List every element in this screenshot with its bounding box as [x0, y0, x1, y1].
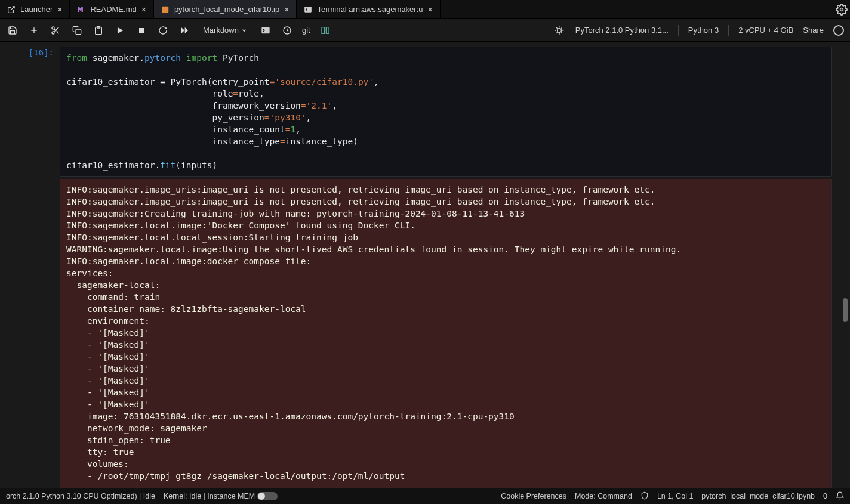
close-icon[interactable]: ×: [57, 5, 62, 14]
status-kernel-label: Kernel: Idle | Instance MEM: [164, 492, 255, 500]
terminal-icon: [304, 5, 312, 14]
markdown-file-icon: [77, 5, 85, 14]
cell-type-label: Markdown: [203, 26, 239, 35]
kernel-compute[interactable]: 2 vCPU + 4 GiB: [738, 26, 793, 35]
svg-rect-5: [76, 29, 81, 35]
tab-label: README.md: [90, 5, 136, 14]
svg-rect-1: [305, 7, 312, 12]
close-icon[interactable]: ×: [141, 5, 146, 14]
status-filename[interactable]: pytorch_local_mode_cifar10.ipynb: [701, 492, 815, 500]
settings-gear-icon[interactable]: [836, 4, 848, 18]
kernel-lang[interactable]: Python 3: [688, 26, 719, 35]
paste-icon[interactable]: [92, 24, 105, 37]
status-mode: Mode: Command: [575, 492, 632, 500]
status-kernel[interactable]: Kernel: Idle | Instance MEM: [164, 492, 278, 501]
tab-terminal[interactable]: Terminal arn:aws:sagemaker:u ×: [297, 0, 440, 18]
status-env[interactable]: orch 2.1.0 Python 3.10 CPU Optimized) | …: [6, 492, 155, 500]
code-cell-row: [16]: from sagemaker.pytorch import PyTo…: [0, 42, 850, 177]
output-prompt-spacer: [0, 177, 60, 488]
external-link-icon: [7, 5, 16, 14]
share-button[interactable]: Share: [803, 26, 824, 35]
fast-forward-icon[interactable]: [178, 24, 191, 37]
cursor-position: Ln 1, Col 1: [657, 492, 693, 500]
run-icon[interactable]: [113, 24, 127, 37]
terminal-tool-icon[interactable]: [259, 24, 272, 37]
notebook-area: [16]: from sagemaker.pytorch import PyTo…: [0, 42, 850, 488]
cookie-prefs[interactable]: Cookie Preferences: [501, 492, 566, 500]
chevron-down-icon: [241, 27, 247, 33]
copy-icon[interactable]: [70, 24, 84, 37]
svg-point-12: [557, 28, 561, 32]
tab-readme[interactable]: README.md ×: [70, 0, 153, 18]
notification-count: 0: [823, 492, 827, 500]
tab-label: pytorch_local_mode_cifar10.ip: [174, 5, 279, 14]
add-cell-icon[interactable]: [27, 24, 41, 37]
tab-bar: Launcher × README.md × pytorch_local_mod…: [0, 0, 850, 19]
kernel-env[interactable]: PyTorch 2.1.0 Python 3.1...: [575, 26, 669, 35]
status-bar: orch 2.1.0 Python 3.10 CPU Optimized) | …: [0, 488, 850, 504]
svg-rect-10: [322, 27, 325, 33]
close-icon[interactable]: ×: [427, 5, 432, 14]
scrollbar-thumb[interactable]: [843, 298, 848, 322]
cut-icon[interactable]: [49, 24, 62, 37]
trust-icon[interactable]: [640, 491, 649, 502]
bell-icon[interactable]: [836, 491, 844, 502]
save-icon[interactable]: [6, 24, 19, 37]
history-icon[interactable]: [281, 24, 294, 37]
tab-launcher[interactable]: Launcher ×: [0, 0, 70, 18]
tab-label: Launcher: [20, 5, 53, 14]
notebook-file-icon: [161, 5, 170, 14]
cell-prompt: [16]:: [0, 42, 60, 177]
cell-output[interactable]: INFO:sagemaker.image_uris:image_uri is n…: [60, 179, 832, 488]
svg-rect-6: [97, 26, 100, 28]
tab-label: Terminal arn:aws:sagemaker:u: [317, 5, 423, 14]
tab-notebook[interactable]: pytorch_local_mode_cifar10.ip ×: [154, 0, 297, 18]
svg-rect-11: [326, 27, 329, 33]
svg-rect-8: [261, 27, 269, 33]
code-cell[interactable]: from sagemaker.pytorch import PyTorch ci…: [60, 47, 832, 177]
git-diff-icon[interactable]: [319, 24, 332, 37]
toolbar-right: PyTorch 2.1.0 Python 3.1... Python 3 2 v…: [553, 24, 844, 37]
mem-toggle[interactable]: [257, 492, 278, 500]
notebook-toolbar: Markdown git PyTorch 2.1.0 Python 3.1...…: [0, 19, 850, 42]
svg-rect-7: [139, 28, 144, 33]
stop-icon[interactable]: [135, 24, 148, 37]
svg-rect-0: [162, 6, 169, 13]
git-label[interactable]: git: [302, 26, 310, 35]
bug-icon[interactable]: [553, 24, 566, 37]
close-icon[interactable]: ×: [284, 5, 289, 14]
kernel-status-icon[interactable]: [833, 25, 844, 36]
svg-point-2: [840, 8, 843, 11]
cell-type-dropdown[interactable]: Markdown: [199, 26, 251, 35]
output-row: INFO:sagemaker.image_uris:image_uri is n…: [0, 177, 850, 488]
restart-icon[interactable]: [156, 24, 170, 37]
